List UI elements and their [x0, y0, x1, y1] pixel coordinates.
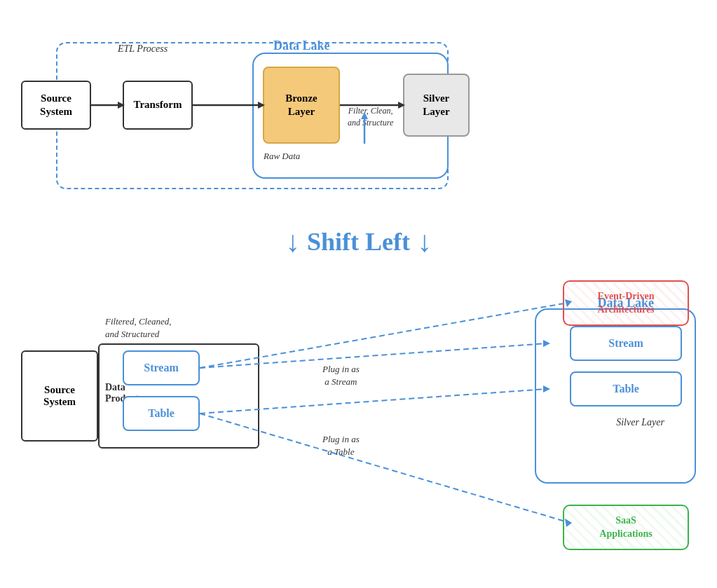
plug-stream-label: Plug in asa Stream — [322, 363, 360, 388]
etl-process-label: ETL Process — [118, 43, 168, 55]
arrow-down-left: ↓ — [285, 227, 300, 257]
shift-left-section: ↓ Shift Left ↓ — [0, 214, 717, 270]
data-lake-label-top: Data Lake — [273, 39, 330, 53]
saas-box: SaaSApplications — [563, 505, 689, 550]
source-system-box-top: SourceSystem — [21, 81, 91, 130]
stream-box-right: Stream — [570, 326, 682, 361]
silver-layer-box: SilverLayer — [403, 74, 470, 137]
plug-table-label: Plug in asa Table — [322, 433, 360, 458]
top-section: ETL Process Data Lake SourceSystem Trans… — [14, 21, 703, 210]
bottom-section: Filtered, Cleaned,and Structured SourceS… — [14, 280, 703, 575]
filter-label: Filter, Clean,and Structure — [348, 105, 393, 129]
source-system-box-bottom: SourceSystem — [21, 350, 98, 442]
arrow-down-right: ↓ — [417, 227, 432, 257]
event-driven-box: Event-DrivenArchitectures — [563, 280, 689, 326]
filtered-label: Filtered, Cleaned,and Structured — [105, 315, 171, 341]
silver-layer-label-bottom: Silver Layer — [616, 417, 664, 428]
table-box-left: Table — [123, 396, 200, 431]
transform-box: Transform — [123, 81, 193, 130]
raw-data-label: Raw Data — [264, 151, 300, 162]
diagram-container: ETL Process Data Lake SourceSystem Trans… — [0, 0, 717, 588]
table-box-right: Table — [570, 371, 682, 406]
stream-box-left: Stream — [123, 350, 200, 385]
bronze-layer-box: BronzeLayer — [263, 67, 340, 144]
shift-left-text: ↓ Shift Left ↓ — [285, 227, 432, 257]
